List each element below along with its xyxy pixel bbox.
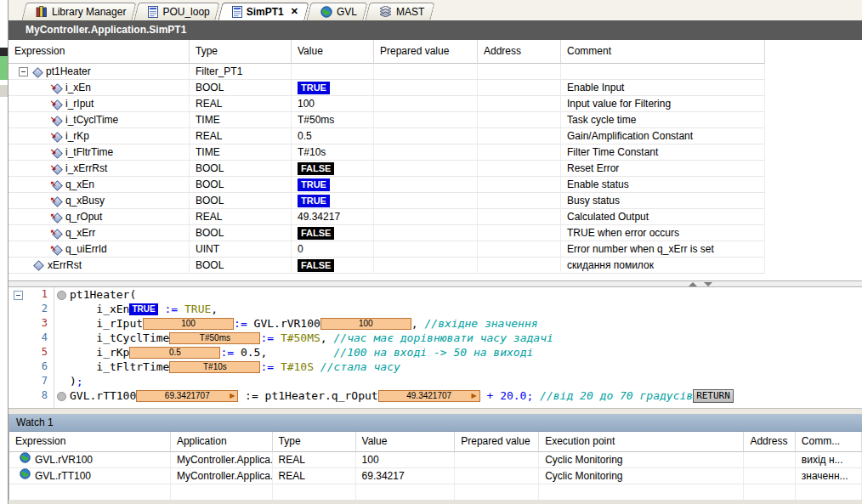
cell-type: TIME xyxy=(190,144,292,161)
cell-prepared-value[interactable] xyxy=(374,112,478,128)
table-row[interactable]: ↘i_rKpREAL0.5Gain/Amplification Constant xyxy=(9,128,862,144)
watch-column-header-comm-[interactable]: Comm... xyxy=(796,432,862,452)
cell-prepared-value[interactable] xyxy=(374,80,478,96)
cell-prepared-value[interactable] xyxy=(374,193,478,209)
column-header-comment[interactable]: Comment xyxy=(561,40,765,64)
cell-prepared-value[interactable] xyxy=(455,452,539,468)
inline-monitor-value[interactable]: 69.3421707▶ xyxy=(136,390,238,402)
column-header-address[interactable]: Address xyxy=(478,40,561,64)
inline-monitor-value[interactable]: T#50ms xyxy=(169,332,260,344)
table-row[interactable]: ↘i_xEnBOOLTRUEEnable Input xyxy=(9,80,862,96)
watch-row[interactable]: GVL.rVR100MyController.Applica...REAL100… xyxy=(9,452,862,468)
fold-margin xyxy=(9,287,27,302)
gutter-separator xyxy=(54,287,54,408)
table-row[interactable]: pt1HeaterFilter_PT1 xyxy=(9,64,862,80)
code-text: , xyxy=(411,316,425,331)
bool-value-badge: FALSE xyxy=(298,259,334,272)
cell-prepared-value[interactable] xyxy=(455,468,539,484)
tab-simpt1[interactable]: SimPT1✕ xyxy=(220,3,307,20)
code-line[interactable]: 2 i_xEnTRUE := TRUE, xyxy=(9,302,862,316)
tab-library-manager[interactable]: Library Manager xyxy=(24,3,134,20)
cell-type: BOOL xyxy=(190,80,292,96)
table-row[interactable]: ↖q_xEnBOOLTRUEEnable status xyxy=(9,177,862,193)
expression-text: q_xErr xyxy=(65,225,95,241)
watch-column-header-prepared-value[interactable]: Prepared value xyxy=(455,432,539,452)
table-row[interactable]: ↘i_tCyclTimeTIMET#50msTask cycle time xyxy=(9,112,862,128)
code-line[interactable]: 4 i_tCyclTimeT#50ms:= T#50MS, //час має … xyxy=(9,331,862,345)
watch-row[interactable]: GVL.rTT100MyController.Applica...REAL69.… xyxy=(9,468,862,484)
inline-monitor-bool[interactable]: TRUE xyxy=(129,303,157,315)
cell-execution-point: Cyclic Monitoring xyxy=(539,452,744,468)
cell-prepared-value[interactable] xyxy=(374,128,478,144)
expand-arrow-icon[interactable]: ▶ xyxy=(230,388,235,403)
watch-column-header-execution-point[interactable]: Execution point xyxy=(539,432,744,452)
watch-column-header-type[interactable]: Type xyxy=(273,432,356,452)
line-number: 7 xyxy=(27,374,53,388)
tab-mast[interactable]: MAST xyxy=(367,3,433,20)
declaration-table: ExpressionTypeValuePrepared valueAddress… xyxy=(9,40,862,280)
return-marker: RETURN xyxy=(693,389,734,403)
column-header-type[interactable]: Type xyxy=(190,40,292,64)
tab-pou-loop[interactable]: POU_loop xyxy=(136,3,218,20)
column-header-expression[interactable]: Expression xyxy=(9,40,190,64)
splitter-up-icon[interactable] xyxy=(689,282,697,286)
cell-prepared-value[interactable] xyxy=(374,161,478,177)
code-text xyxy=(158,302,165,316)
bullet-slot xyxy=(53,287,70,302)
table-row[interactable]: ↖q_uiErrIdUINT0Error number when q_xErr … xyxy=(9,241,862,258)
cell-prepared-value[interactable] xyxy=(374,144,478,161)
code-text: := pt1Heater.q_rOput xyxy=(238,388,377,403)
input-arrow-icon: ↘ xyxy=(50,112,57,127)
cell-address xyxy=(478,64,561,80)
watch-row[interactable] xyxy=(9,484,862,501)
inline-monitor-value[interactable]: 49.3421707▶ xyxy=(378,390,480,402)
expand-arrow-icon[interactable]: ▶ xyxy=(472,388,477,403)
code-line[interactable]: 8GVL.rTT10069.3421707▶ := pt1Heater.q_rO… xyxy=(9,388,862,403)
watch-column-header-expression[interactable]: Expression xyxy=(9,432,171,452)
code-line[interactable]: 6 i_tFltrTimeT#10s:= T#10S //стала часу xyxy=(9,360,862,374)
table-row[interactable]: xErrRstBOOLFALSEскидання помилок xyxy=(9,258,862,274)
code-editor[interactable]: 1pt1Heater(2 i_xEnTRUE := TRUE,3 i_rIput… xyxy=(9,287,862,408)
inline-monitor-value[interactable]: 0.5 xyxy=(129,347,220,359)
tab-label: Library Manager xyxy=(52,6,126,18)
code-line[interactable]: 7); xyxy=(9,374,862,388)
column-header-value[interactable]: Value xyxy=(292,40,374,64)
watch-column-header-application[interactable]: Application xyxy=(171,432,273,452)
close-icon[interactable]: ✕ xyxy=(291,6,298,17)
tab-gvl[interactable]: GVL xyxy=(309,3,366,20)
cell-prepared-value[interactable] xyxy=(374,241,478,258)
watch-column-header-address[interactable]: Address xyxy=(744,432,795,452)
watch-column-header-value[interactable]: Value xyxy=(356,432,456,452)
cell-prepared-value[interactable] xyxy=(374,225,478,241)
collapse-toggle[interactable] xyxy=(14,291,23,300)
output-variable-icon: ↖ xyxy=(51,179,62,190)
inline-monitor-value[interactable]: 100 xyxy=(320,318,411,330)
splitter-handle[interactable] xyxy=(9,280,862,287)
bottom-strip xyxy=(9,500,862,504)
cell-prepared-value[interactable] xyxy=(374,96,478,112)
cell-expression: GVL.rTT100 xyxy=(9,468,171,484)
inline-monitor-value[interactable]: T#10s xyxy=(169,361,260,373)
cell-prepared-value[interactable] xyxy=(374,209,478,225)
table-row[interactable]: ↖q_xErrBOOLFALSETRUE when error occurs xyxy=(9,225,862,241)
cell-prepared-value[interactable] xyxy=(374,64,478,80)
table-row[interactable]: ↘i_tFltrTimeTIMET#10sFilter Time Constan… xyxy=(9,144,862,161)
table-row[interactable]: ↖q_rOputREAL49.34217Calculated Output xyxy=(9,209,862,225)
code-line[interactable]: 1pt1Heater( xyxy=(9,287,862,302)
table-row[interactable]: ↘i_rIputREAL100Input value for Filtering xyxy=(9,96,862,112)
cell-prepared-value[interactable] xyxy=(374,258,478,274)
expression-text: xErrRst xyxy=(48,258,82,273)
code-line[interactable]: 3 i_rIput100:= GVL.rVR100100, //вхідне з… xyxy=(9,316,862,331)
inline-monitor-value[interactable]: 100 xyxy=(143,318,234,330)
cell-prepared-value[interactable] xyxy=(455,484,539,501)
cell-expression: ↘i_tFltrTime xyxy=(9,144,190,161)
expression-text: q_xEn xyxy=(65,177,94,192)
table-row[interactable]: ↖q_xBusyBOOLTRUEBusy status xyxy=(9,193,862,209)
cell-prepared-value[interactable] xyxy=(374,177,478,193)
column-header-prepared-value[interactable]: Prepared value xyxy=(374,40,478,64)
cell-address xyxy=(478,177,561,193)
code-line[interactable]: 5 i_rKp0.5:= 0.5, //100 на вході -> 50 н… xyxy=(9,345,862,360)
collapse-toggle[interactable] xyxy=(19,67,28,76)
table-row[interactable]: ↘i_xErrRstBOOLFALSEReset Error xyxy=(9,161,862,177)
splitter-down-icon[interactable] xyxy=(704,282,712,286)
